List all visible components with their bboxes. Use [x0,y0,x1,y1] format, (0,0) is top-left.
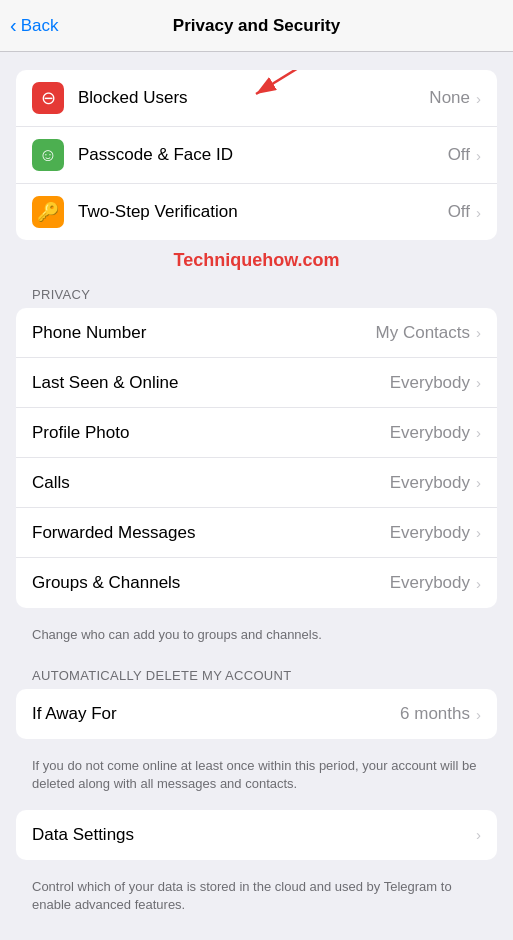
data-settings-label: Data Settings [32,825,476,845]
if-away-for-value: 6 months [400,704,470,724]
auto-delete-note: If you do not come online at least once … [0,749,513,799]
blocked-users-chevron-icon: › [476,90,481,107]
last-seen-value: Everybody [390,373,470,393]
data-settings-chevron-icon: › [476,826,481,843]
calls-label: Calls [32,473,390,493]
back-button[interactable]: ‹ Back [10,15,58,37]
phone-number-chevron-icon: › [476,324,481,341]
calls-row[interactable]: Calls Everybody › [16,458,497,508]
two-step-value: Off [448,202,470,222]
blocked-users-value: None [429,88,470,108]
last-seen-chevron-icon: › [476,374,481,391]
last-seen-row[interactable]: Last Seen & Online Everybody › [16,358,497,408]
profile-photo-chevron-icon: › [476,424,481,441]
phone-number-row[interactable]: Phone Number My Contacts › [16,308,497,358]
back-chevron-icon: ‹ [10,14,17,37]
two-step-chevron-icon: › [476,204,481,221]
groups-channels-value: Everybody [390,573,470,593]
security-card: ⊖ Blocked Users None › ☺ Passcode & Face… [16,70,497,240]
forwarded-messages-row[interactable]: Forwarded Messages Everybody › [16,508,497,558]
data-settings-row[interactable]: Data Settings › [16,810,497,860]
blocked-users-row[interactable]: ⊖ Blocked Users None › [16,70,497,127]
groups-channels-row[interactable]: Groups & Channels Everybody › [16,558,497,608]
phone-number-value: My Contacts [376,323,470,343]
two-step-icon: 🔑 [32,196,64,228]
back-label: Back [21,16,59,36]
passcode-value: Off [448,145,470,165]
auto-delete-card: If Away For 6 months › [16,689,497,739]
two-step-row[interactable]: 🔑 Two-Step Verification Off › [16,184,497,240]
passcode-label: Passcode & Face ID [78,145,448,165]
calls-value: Everybody [390,473,470,493]
phone-number-label: Phone Number [32,323,376,343]
if-away-for-chevron-icon: › [476,706,481,723]
calls-chevron-icon: › [476,474,481,491]
privacy-note: Change who can add you to groups and cha… [0,618,513,650]
auto-delete-section-label: AUTOMATICALLY DELETE MY ACCOUNT [0,660,513,689]
blocked-users-label: Blocked Users [78,88,429,108]
if-away-for-label: If Away For [32,704,400,724]
passcode-icon: ☺ [32,139,64,171]
data-settings-card: Data Settings › [16,810,497,860]
passcode-row[interactable]: ☺ Passcode & Face ID Off › [16,127,497,184]
two-step-label: Two-Step Verification [78,202,448,222]
if-away-for-row[interactable]: If Away For 6 months › [16,689,497,739]
forwarded-messages-label: Forwarded Messages [32,523,390,543]
privacy-section-label: PRIVACY [0,279,513,308]
profile-photo-value: Everybody [390,423,470,443]
privacy-card: Phone Number My Contacts › Last Seen & O… [16,308,497,608]
forwarded-messages-value: Everybody [390,523,470,543]
nav-bar: ‹ Back Privacy and Security [0,0,513,52]
blocked-users-icon: ⊖ [32,82,64,114]
passcode-chevron-icon: › [476,147,481,164]
forwarded-messages-chevron-icon: › [476,524,481,541]
page-title: Privacy and Security [173,16,340,36]
data-settings-note: Control which of your data is stored in … [0,870,513,920]
groups-channels-label: Groups & Channels [32,573,390,593]
profile-photo-label: Profile Photo [32,423,390,443]
watermark: Techniquehow.com [0,250,513,271]
groups-channels-chevron-icon: › [476,575,481,592]
profile-photo-row[interactable]: Profile Photo Everybody › [16,408,497,458]
last-seen-label: Last Seen & Online [32,373,390,393]
